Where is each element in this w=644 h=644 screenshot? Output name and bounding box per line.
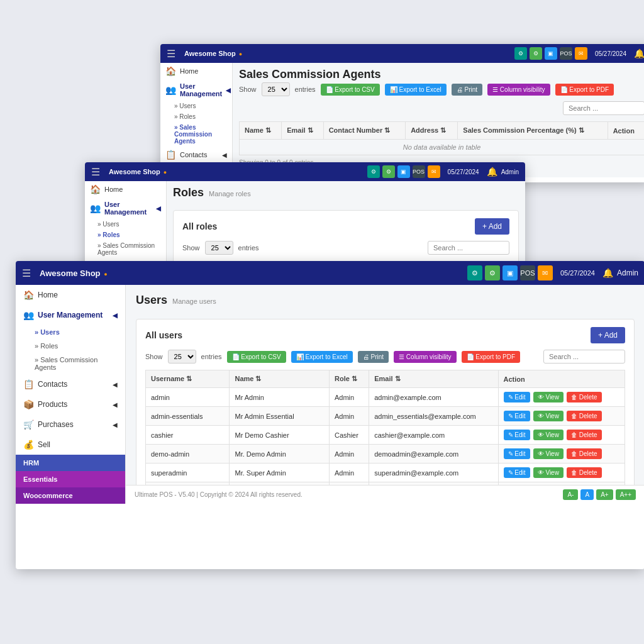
sidebar-commission-win1[interactable]: » Sales Commission Agents	[160, 122, 232, 147]
sidebar-products-win3[interactable]: 📦 Products ◀	[16, 394, 125, 414]
export-pdf-btn-win3[interactable]: 📄 Export to PDF	[462, 351, 521, 363]
sidebar-purchases-win3[interactable]: 🛒 Purchases ◀	[16, 414, 125, 435]
view-btn[interactable]: 👁 View	[533, 467, 564, 478]
sidebar-roles-win3[interactable]: » Roles	[16, 339, 125, 353]
font-reset-btn[interactable]: A	[580, 489, 594, 500]
delete-btn[interactable]: 🗑 Delete	[567, 448, 602, 459]
export-excel-btn-win1[interactable]: 📊 Export to Excel	[385, 84, 447, 96]
contacts-icon-win1: 📋	[165, 150, 176, 160]
show-select-win2[interactable]: 25	[205, 241, 233, 255]
sidebar-roles-win2[interactable]: » Roles	[85, 230, 166, 240]
edit-btn[interactable]: ✎ Edit	[504, 430, 530, 440]
delete-btn[interactable]: 🗑 Delete	[567, 392, 602, 402]
col-email: Email ⇅	[369, 370, 498, 388]
sidebar-home-win3[interactable]: 🏠 Home	[16, 285, 125, 305]
export-excel-btn-win3[interactable]: 📊 Export to Excel	[291, 351, 353, 363]
icon-settings1-win2[interactable]: ⚙	[367, 165, 380, 178]
sidebar-contacts-win1[interactable]: 📋 Contacts ◀	[160, 147, 232, 163]
bell-icon-win1[interactable]: 🔔	[634, 48, 644, 58]
view-btn[interactable]: 👁 View	[533, 392, 564, 402]
roles-card-title: All roles	[182, 221, 217, 231]
font-decrease-btn[interactable]: A-	[563, 489, 578, 500]
hamburger-icon-win3[interactable]: ☰	[22, 267, 31, 279]
delete-btn[interactable]: 🗑 Delete	[567, 411, 602, 421]
icon-settings2-win2[interactable]: ⚙	[382, 165, 395, 178]
icon-mail-win3[interactable]: ✉	[538, 265, 553, 280]
export-pdf-btn-win1[interactable]: 📄 Export to PDF	[555, 84, 614, 96]
icon-screen-win3[interactable]: ▣	[502, 265, 518, 280]
page-title-win1: Sales Commission Agents	[239, 68, 644, 81]
edit-btn[interactable]: ✎ Edit	[504, 411, 530, 421]
delete-btn[interactable]: 🗑 Delete	[567, 430, 602, 440]
cell-email: admin@example.com	[369, 388, 498, 407]
sidebar-contacts-label-win1: Contacts	[180, 151, 207, 158]
show-select-win3[interactable]: 25	[168, 350, 196, 364]
sidebar-users-win2[interactable]: » Users	[85, 219, 166, 230]
add-role-btn[interactable]: + Add	[475, 218, 509, 235]
sidebar-user-mgmt-win1[interactable]: 👥 User Management ◀	[160, 79, 232, 101]
sidebar-commission-win3[interactable]: » Sales Commission Agents	[16, 353, 125, 374]
edit-btn[interactable]: ✎ Edit	[504, 448, 530, 459]
bell-icon-win2[interactable]: 🔔	[487, 167, 497, 177]
sidebar-user-mgmt-win2[interactable]: 👥 User Management ◀	[85, 197, 166, 219]
sidebar-sell-win3[interactable]: 💰 Sell	[16, 435, 125, 455]
plugin-hrm[interactable]: HRM	[16, 455, 125, 471]
col-visibility-btn-win3[interactable]: ☰ Column visibility	[394, 351, 456, 363]
cell-name: Mr Admin Essential	[230, 407, 330, 426]
export-csv-btn-win1[interactable]: 📄 Export to CSV	[321, 84, 380, 96]
hamburger-icon-win1[interactable]: ☰	[167, 48, 175, 60]
col-role: Role ⇅	[330, 370, 369, 388]
print-btn-win3[interactable]: 🖨 Print	[358, 351, 389, 363]
export-csv-btn-win3[interactable]: 📄 Export to CSV	[227, 351, 286, 363]
icon-pos[interactable]: POS	[560, 47, 572, 60]
view-btn[interactable]: 👁 View	[533, 430, 564, 440]
col-visibility-btn-win1[interactable]: ☰ Column visibility	[487, 84, 550, 96]
view-btn[interactable]: 👁 View	[533, 448, 564, 459]
plugin-essentials[interactable]: Essentials	[16, 471, 125, 487]
icon-screen[interactable]: ▣	[545, 47, 557, 60]
font-large-btn[interactable]: A++	[616, 489, 636, 500]
icon-settings2[interactable]: ⚙	[530, 47, 542, 60]
icon-mail-win2[interactable]: ✉	[428, 165, 440, 178]
sidebar-home-win2[interactable]: 🏠 Home	[85, 181, 166, 197]
users-table: Username ⇅ Name ⇅ Role ⇅ Email ⇅ Action …	[145, 370, 625, 485]
cell-name: Mr Demo Cashier	[230, 426, 330, 445]
add-user-btn[interactable]: + Add	[591, 327, 625, 343]
view-btn[interactable]: 👁 View	[533, 411, 564, 421]
bell-icon-win3[interactable]: 🔔	[602, 268, 613, 278]
sidebar-contacts-win3[interactable]: 📋 Contacts ◀	[16, 374, 125, 394]
icon-settings2-win3[interactable]: ⚙	[485, 265, 500, 280]
topbar-icons-win1: ⚙ ⚙ ▣ POS ✉	[514, 47, 587, 60]
plugin-woocommerce[interactable]: Woocommerce	[16, 487, 125, 504]
main-content-win2: Roles Manage roles All roles + Add Show …	[167, 181, 525, 270]
print-btn-win1[interactable]: 🖨 Print	[452, 84, 482, 96]
icon-settings1-win3[interactable]: ⚙	[467, 265, 482, 280]
main-content-win3: Users Manage users All users + Add Show …	[126, 285, 644, 485]
sidebar-users-win1[interactable]: » Users	[160, 101, 232, 111]
sidebar-users-win3[interactable]: » Users	[16, 325, 125, 339]
icon-pos-win2[interactable]: POS	[413, 165, 425, 178]
col-name-win1: Name ⇅	[240, 122, 282, 140]
font-increase-btn[interactable]: A+	[596, 489, 613, 500]
icon-pos-win3[interactable]: POS	[520, 265, 535, 280]
sidebar-home-win1[interactable]: 🏠 Home	[160, 63, 232, 79]
table-row: cashier Mr Demo Cashier Cashier cashier@…	[146, 426, 625, 445]
sidebar-roles-win1[interactable]: » Roles	[160, 111, 232, 122]
show-select-win1[interactable]: 25	[262, 82, 290, 96]
delete-btn[interactable]: 🗑 Delete	[567, 467, 602, 478]
icon-screen-win2[interactable]: ▣	[397, 165, 410, 178]
search-input-win3[interactable]	[543, 350, 625, 364]
icon-settings1[interactable]: ⚙	[514, 47, 527, 60]
sidebar-home-label-win3: Home	[38, 291, 58, 299]
hamburger-icon-win2[interactable]: ☰	[91, 166, 100, 178]
icon-mail[interactable]: ✉	[575, 47, 587, 60]
sidebar-user-mgmt-win3[interactable]: 👥 User Management ◀	[16, 305, 125, 325]
sidebar-purchases-label-win3: Purchases	[38, 420, 74, 429]
search-input-win1[interactable]	[563, 101, 644, 115]
topbar-date-win3: 05/27/2024	[560, 269, 595, 277]
users-card-title: All users	[145, 330, 182, 340]
sidebar-commission-win2[interactable]: » Sales Commission Agents	[85, 240, 166, 258]
edit-btn[interactable]: ✎ Edit	[504, 392, 530, 402]
edit-btn[interactable]: ✎ Edit	[504, 467, 530, 478]
search-input-win2[interactable]	[428, 241, 509, 255]
